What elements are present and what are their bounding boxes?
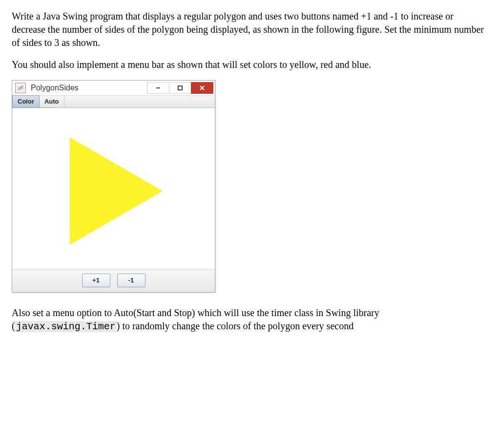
maximize-icon <box>177 85 183 91</box>
polygon-canvas <box>12 108 215 269</box>
java-app-icon <box>15 83 26 93</box>
code-timer-class: javax.swing.Timer <box>15 321 117 332</box>
question-paragraph-2: You should also implement a menu bar as … <box>12 58 488 71</box>
triangle-polygon <box>70 137 163 245</box>
increment-button[interactable]: +1 <box>82 274 110 287</box>
button-bar: +1 -1 <box>12 269 215 292</box>
window-control-buttons <box>147 82 213 94</box>
minimize-button[interactable] <box>147 82 169 94</box>
svg-rect-0 <box>156 87 160 88</box>
menu-auto[interactable]: Auto <box>40 96 64 107</box>
window-title: PolygonSides <box>31 83 147 93</box>
svg-rect-1 <box>178 86 182 90</box>
close-icon <box>199 85 205 91</box>
decrement-button[interactable]: -1 <box>117 274 146 287</box>
question-paragraph-3: Also set a menu option to Auto(Start and… <box>12 306 488 333</box>
menu-color[interactable]: Color <box>12 95 40 108</box>
swing-window: PolygonSides Color Auto Yellow Red Blue <box>12 80 215 293</box>
maximize-button[interactable] <box>169 82 191 94</box>
polygon-shape <box>70 137 167 245</box>
close-button[interactable] <box>191 82 213 94</box>
menu-bar: Color Auto Yellow Red Blue <box>12 96 215 108</box>
question-paragraph-1: Write a Java Swing program that displays… <box>12 10 488 49</box>
minimize-icon <box>155 85 161 91</box>
para3-after: ) to randomly change the colors of the p… <box>117 320 354 331</box>
window-titlebar: PolygonSides <box>12 81 215 96</box>
